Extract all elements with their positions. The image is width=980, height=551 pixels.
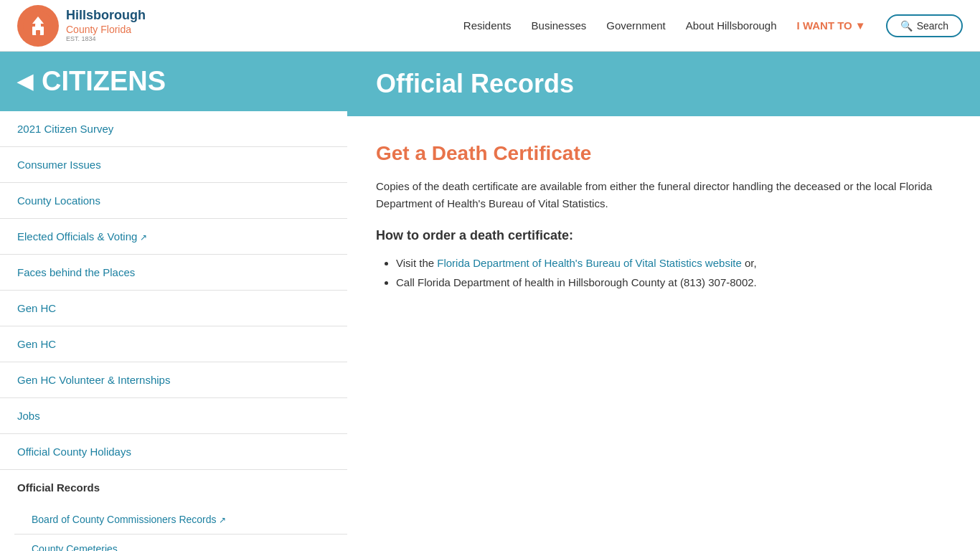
sidebar-subnav-official-records: Board of County Commissioners Records Co… [0, 505, 347, 551]
est-label: EST. 1834 [66, 35, 146, 43]
sidebar-link-official-records[interactable]: Official Records [0, 470, 347, 505]
step-1-after: or, [742, 257, 757, 269]
sidebar-link-bcc-records[interactable]: Board of County Commissioners Records [14, 505, 347, 534]
state-name: County Florida [66, 24, 146, 36]
back-arrow-icon: ◀ [17, 70, 33, 93]
site-header: Hillsborough County Florida EST. 1834 Re… [0, 0, 980, 52]
sidebar-link-genhc-2[interactable]: Gen HC [0, 326, 347, 362]
search-button[interactable]: 🔍 Search [886, 14, 963, 37]
sidebar-item-official-records: Official Records Board of County Commiss… [0, 470, 347, 551]
page-layout: ◀ CITIZENS 2021 Citizen Survey Consumer … [0, 52, 980, 551]
search-icon: 🔍 [900, 20, 913, 32]
sidebar-item-citizen-survey: 2021 Citizen Survey [0, 111, 347, 147]
sidebar-link-county-holidays[interactable]: Official County Holidays [0, 434, 347, 469]
nav-government[interactable]: Government [606, 19, 666, 32]
sidebar-link-consumer-issues[interactable]: Consumer Issues [0, 147, 347, 182]
logo-icon [17, 5, 59, 47]
nav-about[interactable]: About Hillsborough [686, 19, 777, 32]
sidebar-item-bcc-records: Board of County Commissioners Records [14, 505, 347, 534]
main-content: Official Records Get a Death Certificate… [347, 52, 980, 551]
sidebar-item-faces: Faces behind the Places [0, 255, 347, 291]
main-nav: Residents Businesses Government About Hi… [463, 14, 963, 37]
section-title: Official Records [376, 69, 951, 99]
intro-paragraph: Copies of the death certificate are avai… [376, 178, 951, 212]
sidebar-item-genhc-1: Gen HC [0, 291, 347, 326]
sidebar-link-county-locations[interactable]: County Locations [0, 183, 347, 218]
sidebar-item-county-holidays: Official County Holidays [0, 434, 347, 470]
county-name: Hillsborough [66, 8, 146, 24]
list-item: Visit the Florida Department of Health's… [396, 253, 951, 273]
sidebar-link-faces[interactable]: Faces behind the Places [0, 255, 347, 290]
content-body: Get a Death Certificate Copies of the de… [347, 116, 980, 551]
sidebar-item-genhc-volunteer: Gen HC Volunteer & Internships [0, 362, 347, 398]
sidebar-item-elected-officials: Elected Officials & Voting [0, 219, 347, 255]
step-1-before: Visit the [396, 257, 437, 269]
list-item: Call Florida Department of health in Hil… [396, 273, 951, 292]
logo-area: Hillsborough County Florida EST. 1834 [17, 5, 146, 47]
sidebar-item-county-locations: County Locations [0, 183, 347, 219]
sidebar: ◀ CITIZENS 2021 Citizen Survey Consumer … [0, 52, 347, 551]
main-content-header: Official Records [347, 52, 980, 116]
sidebar-nav: 2021 Citizen Survey Consumer Issues Coun… [0, 111, 347, 551]
sidebar-link-genhc-volunteer[interactable]: Gen HC Volunteer & Internships [0, 362, 347, 397]
sidebar-item-county-cemeteries: County Cemeteries [14, 534, 347, 551]
page-title: Get a Death Certificate [376, 142, 951, 165]
how-to-heading: How to order a death certificate: [376, 228, 951, 243]
search-label: Search [917, 20, 948, 32]
sidebar-link-elected-officials[interactable]: Elected Officials & Voting [0, 219, 347, 254]
nav-businesses[interactable]: Businesses [532, 19, 587, 32]
sidebar-item-consumer-issues: Consumer Issues [0, 147, 347, 183]
nav-iwantto[interactable]: I WANT TO ▼ [797, 19, 866, 32]
svg-rect-4 [36, 30, 40, 35]
sidebar-item-genhc-2: Gen HC [0, 326, 347, 362]
sidebar-link-genhc-1[interactable]: Gen HC [0, 291, 347, 326]
sidebar-title: CITIZENS [42, 66, 166, 97]
sidebar-link-county-cemeteries[interactable]: County Cemeteries [14, 534, 347, 551]
sidebar-link-jobs[interactable]: Jobs [0, 398, 347, 433]
sidebar-header[interactable]: ◀ CITIZENS [0, 52, 347, 111]
logo-text: Hillsborough County Florida EST. 1834 [66, 8, 146, 43]
vital-statistics-link[interactable]: Florida Department of Health's Bureau of… [437, 257, 741, 269]
steps-list: Visit the Florida Department of Health's… [376, 253, 951, 292]
step-2-text: Call Florida Department of health in Hil… [396, 276, 757, 288]
nav-residents[interactable]: Residents [463, 19, 512, 32]
sidebar-item-jobs: Jobs [0, 398, 347, 434]
sidebar-link-citizen-survey[interactable]: 2021 Citizen Survey [0, 111, 347, 146]
svg-rect-2 [35, 24, 41, 28]
chevron-down-icon: ▼ [855, 19, 866, 32]
